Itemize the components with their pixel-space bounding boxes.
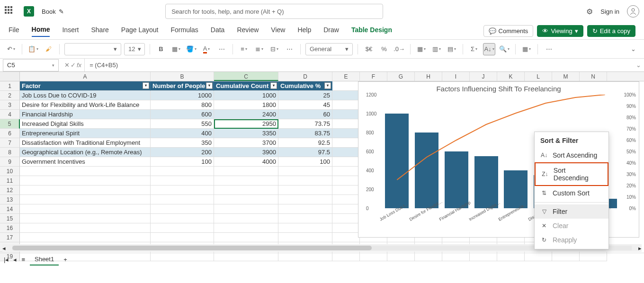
col-header-l[interactable]: L: [525, 72, 552, 81]
number-format-select[interactable]: General▾: [305, 43, 353, 55]
row-header[interactable]: 17: [0, 233, 20, 242]
cell[interactable]: 4000: [214, 157, 278, 167]
cell[interactable]: [214, 204, 278, 214]
row-header[interactable]: 9: [0, 157, 20, 167]
cell[interactable]: 45: [278, 100, 332, 110]
format-painter-button[interactable]: 🖌: [42, 43, 54, 55]
col-header-d[interactable]: D: [278, 72, 332, 81]
cell[interactable]: [214, 214, 278, 223]
col-header-b[interactable]: B: [151, 72, 214, 81]
row-header[interactable]: 13: [0, 195, 20, 204]
cell[interactable]: [332, 157, 360, 167]
custom-sort-item[interactable]: ⇅Custom Sort: [535, 186, 608, 200]
undo-button[interactable]: ↶: [5, 43, 17, 55]
cell[interactable]: [20, 214, 151, 223]
currency-button[interactable]: $€: [363, 43, 375, 55]
cell[interactable]: [332, 214, 360, 223]
cell[interactable]: Dissatisfaction with Traditional Employm…: [20, 138, 151, 148]
cell[interactable]: [151, 223, 214, 233]
cell[interactable]: 550: [151, 119, 214, 129]
cell[interactable]: [214, 223, 278, 233]
cell[interactable]: Geographical Location (e.g., Remote Area…: [20, 148, 151, 157]
valign-button[interactable]: ≣: [253, 43, 265, 55]
filter-item[interactable]: ▽Filter: [535, 204, 608, 219]
cell[interactable]: [332, 129, 360, 138]
scroll-left-icon[interactable]: ◂: [2, 245, 6, 252]
col-header-e[interactable]: E: [332, 72, 360, 81]
cell[interactable]: [151, 195, 214, 204]
fx-icon[interactable]: fx: [77, 62, 81, 69]
cell[interactable]: 83.75: [278, 129, 332, 138]
tab-data[interactable]: Data: [211, 26, 225, 36]
avatar-icon[interactable]: [627, 5, 639, 18]
cell[interactable]: [278, 204, 332, 214]
table-header-cell[interactable]: Number of People▾: [151, 81, 214, 91]
cell[interactable]: [278, 176, 332, 186]
autosum-button[interactable]: Σ: [468, 43, 480, 55]
scrollbar-thumb[interactable]: [12, 246, 372, 250]
cell[interactable]: 1000: [151, 91, 214, 100]
row-header[interactable]: 8: [0, 148, 20, 157]
more-align-button[interactable]: ⋯: [283, 43, 295, 55]
tab-file[interactable]: File: [9, 26, 19, 36]
cell[interactable]: [332, 119, 360, 129]
cell[interactable]: 600: [151, 110, 214, 119]
cell[interactable]: [20, 223, 151, 233]
row-header[interactable]: 1: [0, 81, 20, 91]
tab-review[interactable]: Review: [237, 26, 259, 36]
cell[interactable]: 97.5: [278, 148, 332, 157]
find-button[interactable]: 🔍: [498, 43, 510, 55]
cell[interactable]: [332, 233, 360, 242]
filter-button[interactable]: ▾: [206, 82, 213, 89]
row-header[interactable]: 14: [0, 204, 20, 214]
tab-help[interactable]: Help: [297, 26, 311, 36]
filter-button[interactable]: ▾: [324, 82, 331, 89]
cell[interactable]: [332, 167, 360, 176]
document-name[interactable]: Book✎: [42, 8, 64, 15]
cell[interactable]: 350: [151, 138, 214, 148]
row-header[interactable]: 12: [0, 186, 20, 195]
cell[interactable]: 3350: [214, 129, 278, 138]
cell[interactable]: [332, 176, 360, 186]
cell[interactable]: [214, 195, 278, 204]
cell[interactable]: 92.5: [278, 138, 332, 148]
cell[interactable]: 100: [278, 157, 332, 167]
table-format-button[interactable]: ▥: [430, 43, 443, 55]
all-sheets-icon[interactable]: ≡: [21, 256, 25, 263]
row-header[interactable]: 7: [0, 138, 20, 148]
row-header[interactable]: 10: [0, 167, 20, 176]
cell[interactable]: Government Incentives: [20, 157, 151, 167]
table-header-cell[interactable]: Factor▾: [20, 81, 151, 91]
cell[interactable]: Desire for Flexibility and Work-Life Bal…: [20, 100, 151, 110]
cell[interactable]: 100: [151, 157, 214, 167]
cell[interactable]: [332, 81, 360, 91]
cell[interactable]: [278, 214, 332, 223]
cell[interactable]: [151, 214, 214, 223]
first-sheet-icon[interactable]: |◂: [4, 256, 9, 263]
col-header-f[interactable]: F: [360, 72, 387, 81]
settings-icon[interactable]: ⚙: [586, 7, 593, 16]
cell[interactable]: [20, 204, 151, 214]
tab-draw[interactable]: Draw: [323, 26, 339, 36]
cell[interactable]: Job Loss Due to COVID-19: [20, 91, 151, 100]
comments-button[interactable]: 💬 Comments: [483, 25, 534, 37]
row-header[interactable]: 15: [0, 214, 20, 223]
cell[interactable]: [20, 167, 151, 176]
row-header[interactable]: 16: [0, 223, 20, 233]
app-launcher[interactable]: [5, 6, 15, 17]
sign-in-link[interactable]: Sign in: [600, 8, 619, 15]
filter-button[interactable]: ▾: [270, 82, 277, 89]
cell[interactable]: [332, 195, 360, 204]
enter-formula-icon[interactable]: ✓: [71, 62, 76, 69]
cell[interactable]: [20, 186, 151, 195]
table-header-cell[interactable]: Cumulative %▾: [278, 81, 332, 91]
col-header-h[interactable]: H: [415, 72, 442, 81]
cell[interactable]: [214, 186, 278, 195]
cell[interactable]: 60: [278, 110, 332, 119]
add-sheet-icon[interactable]: +: [63, 256, 67, 263]
more-font-button[interactable]: ⋯: [215, 43, 228, 55]
sheet-tab[interactable]: Sheet1: [30, 254, 59, 265]
tab-share[interactable]: Share: [91, 26, 108, 36]
search-input[interactable]: Search for tools, help, and more (Alt + …: [165, 4, 383, 19]
cell[interactable]: [332, 148, 360, 157]
